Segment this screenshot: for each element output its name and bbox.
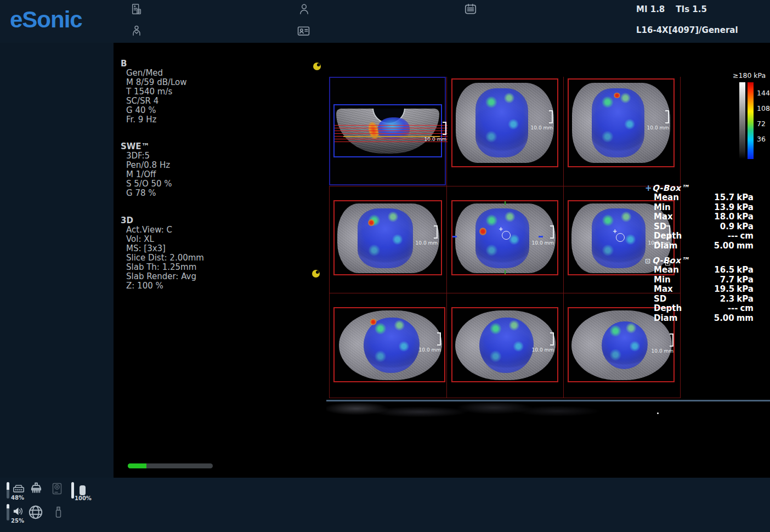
qbox-row-value: 19.5 — [714, 285, 734, 295]
qbox-row-label: Mean — [654, 265, 679, 275]
globe-icon — [27, 504, 44, 523]
elasto-overlay — [364, 318, 420, 373]
scale-label: 10.0 mm — [416, 240, 438, 246]
qbox-row-label: Min — [654, 203, 671, 213]
qbox-row-value: 2.3 — [720, 295, 735, 304]
scale-label: 10.0 mm — [647, 125, 669, 131]
qbox-row-unit: mm — [737, 241, 754, 251]
qbox-row-value: --- — [728, 231, 738, 241]
color-scale-bar — [748, 82, 754, 159]
colorbar-tick: 36 — [757, 135, 766, 143]
scale-bracket-icon — [443, 122, 446, 135]
qbox-row-unit: kPa — [737, 222, 754, 232]
b-mode-title: B — [121, 59, 187, 69]
qbox-row-value: 5.00 — [714, 314, 734, 324]
qbox-row-label: SD — [654, 295, 666, 304]
colorbar-tick: 108 — [757, 104, 770, 112]
param-line: Pen/0.8 Hz — [121, 161, 172, 170]
id-card-icon[interactable] — [297, 24, 310, 40]
qbox-row-value: 7.7 — [720, 275, 735, 285]
qbox-row-unit: cm — [740, 304, 754, 314]
patient-icon[interactable] — [298, 3, 310, 18]
qbox-row-unit: mm — [737, 314, 754, 324]
multislice-grid: 10.0 mm 10.0 mm 10.0 mm — [329, 77, 681, 398]
harddisk-icon — [50, 481, 64, 499]
slice-cell-active[interactable]: 10.0 mm — [451, 200, 558, 275]
qbox-row-unit: kPa — [737, 285, 754, 295]
scale-bracket-icon — [665, 110, 669, 123]
elasto-colorbar: ≥180 kPa 144 108 72 36 — [733, 71, 766, 80]
param-line: MS: [3x3] — [121, 244, 204, 253]
scale-label: 10.0 mm — [419, 347, 441, 353]
slice-cell-reference[interactable]: 10.0 mm — [329, 77, 446, 185]
slice-cell[interactable]: 10.0 mm — [333, 307, 445, 382]
param-line: G 78 % — [121, 189, 172, 198]
scale-label: 10.0 mm — [424, 137, 446, 142]
qbox-circle-cursor[interactable] — [616, 233, 625, 242]
qbox-row-label: SD — [654, 222, 666, 232]
qbox-row-unit: kPa — [737, 212, 754, 222]
qbox-row-value: --- — [728, 304, 738, 314]
battery-level-label: 100% — [75, 495, 92, 501]
probe-preset[interactable]: L16-4X[4097]/General — [636, 25, 738, 35]
usb-status[interactable] — [52, 504, 65, 522]
param-line: Gen/Med — [121, 69, 187, 78]
3d-title: 3D — [121, 216, 204, 225]
acoustic-indices: MI 1.8 TIs 1.5 — [636, 4, 707, 14]
slice-cell[interactable]: 10.0 mm — [333, 200, 442, 275]
scale-bracket-icon — [549, 110, 553, 123]
param-line: Slab Render: Avg — [121, 272, 204, 281]
elasto-hotspot — [479, 227, 486, 236]
progress-fill — [128, 463, 146, 468]
scale-bracket-icon — [434, 225, 438, 239]
scale-label: 10.0 mm — [532, 347, 554, 353]
qbox1-marker-icon: + — [645, 183, 652, 193]
param-line: T 1540 m/s — [121, 87, 187, 97]
qbox-row-label: Depth — [654, 231, 682, 241]
slice-cell[interactable]: 10.0 mm — [451, 78, 558, 167]
qbox2-marker-icon: ⊡ — [645, 257, 652, 265]
qbox-row-value: 13.9 — [714, 203, 734, 213]
param-line: Fr. 9 Hz — [121, 115, 187, 124]
elasto-hotspot — [368, 219, 375, 227]
elasto-overlay — [358, 208, 412, 268]
active-slice-tick — [505, 201, 506, 205]
qbox-panel-1: +Q-Box™ Mean15.7kPa Min13.9kPa Max18.0kP… — [645, 183, 754, 251]
param-line: Z: 100 % — [121, 281, 204, 291]
param-line: Act.View: C — [121, 225, 204, 235]
param-line: M 8/59 dB/Low — [121, 78, 187, 87]
tis-value: TIs 1.5 — [676, 4, 707, 14]
active-slice-tick — [505, 270, 506, 274]
worklist-icon[interactable] — [463, 2, 478, 19]
orientation-marker-icon — [313, 63, 321, 70]
cleaning-status[interactable] — [27, 481, 45, 500]
qbox-circle-cursor[interactable] — [502, 231, 511, 240]
qbox-row-value: 16.5 — [714, 265, 734, 275]
elasto-overlay — [475, 208, 530, 268]
scale-label: 10.0 mm — [652, 348, 673, 354]
qbox-row-label: Depth — [654, 304, 682, 314]
qbox-panel-2: ⊡Q-Box™ Mean16.5kPa Min7.7kPa Max19.5kPa… — [645, 256, 754, 323]
patient-file-icon[interactable] — [131, 3, 143, 18]
network-status[interactable] — [27, 504, 44, 523]
scale-marker: 10.0 mm — [419, 332, 441, 353]
slice-cell[interactable]: 10.0 mm — [568, 78, 675, 167]
colorbar-tick: 144 — [757, 89, 770, 97]
grayscale-bar — [739, 82, 745, 159]
qbox1-header: +Q-Box™ — [645, 183, 754, 193]
top-bar: eSonic MI 1.8 TIs 1.5 L16-4X[4097]/Gener… — [0, 0, 770, 43]
scale-marker: 10.0 mm — [416, 225, 438, 246]
slice-cell[interactable]: 10.0 mm — [451, 307, 558, 382]
reference-slice-strip — [326, 402, 699, 418]
cursor-dot — [657, 412, 659, 414]
clinician-icon[interactable] — [131, 25, 143, 39]
axis-dash — [452, 236, 457, 237]
scale-marker: 10.0 mm — [424, 122, 446, 142]
qbox2-title: Q-Box™ — [652, 256, 689, 265]
harddisk-status[interactable] — [50, 481, 64, 499]
elasto-overlay — [475, 88, 529, 157]
param-line: G 40 % — [121, 106, 187, 115]
scale-marker: 10.0 mm — [532, 332, 554, 353]
grid-line — [329, 186, 330, 398]
param-line: Slab Th: 1.25mm — [121, 263, 204, 272]
